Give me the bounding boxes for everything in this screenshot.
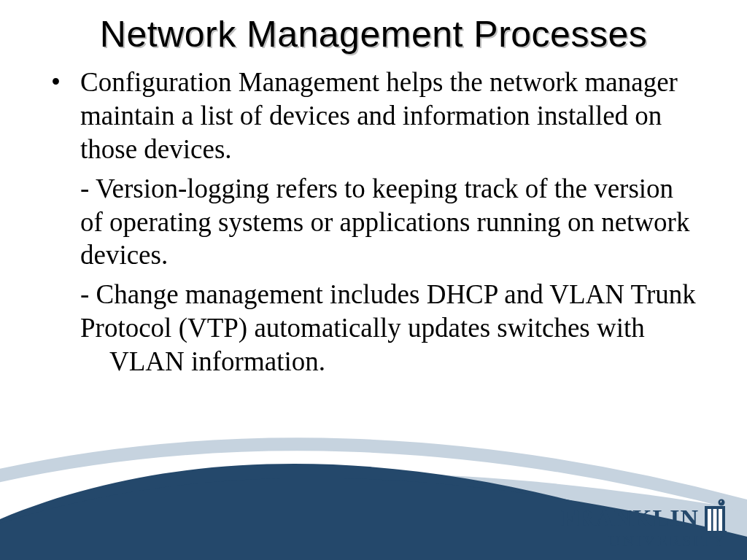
logo-name-bottom: UNIVERSITY [561, 531, 727, 548]
slide-title: Network Management Processes [0, 13, 747, 55]
bullet-text: Configuration Management helps the netwo… [80, 66, 700, 166]
bullet-marker: • [51, 66, 80, 166]
svg-rect-1 [708, 509, 711, 531]
franklin-logo: FRANKLIN UNIVERSITY [561, 500, 727, 548]
sub-bullet-2-line1: - Change management includes DHCP and VL… [80, 279, 696, 343]
logo-name-top: FRANKLIN [561, 507, 699, 529]
sub-bullet-1: - Version-logging refers to keeping trac… [80, 172, 700, 273]
sub-bullet-2: - Change management includes DHCP and VL… [80, 278, 700, 378]
logo-tower-icon [703, 500, 727, 529]
svg-rect-2 [713, 509, 717, 531]
logo-top-row: FRANKLIN [561, 500, 727, 529]
svg-rect-3 [719, 509, 722, 531]
svg-rect-4 [705, 506, 725, 509]
slide: Network Management Processes • Configura… [0, 0, 747, 560]
sub-bullet-2-line2: VLAN information. [109, 345, 700, 378]
bullet-item: • Configuration Management helps the net… [51, 66, 700, 166]
slide-body: • Configuration Management helps the net… [51, 66, 700, 378]
